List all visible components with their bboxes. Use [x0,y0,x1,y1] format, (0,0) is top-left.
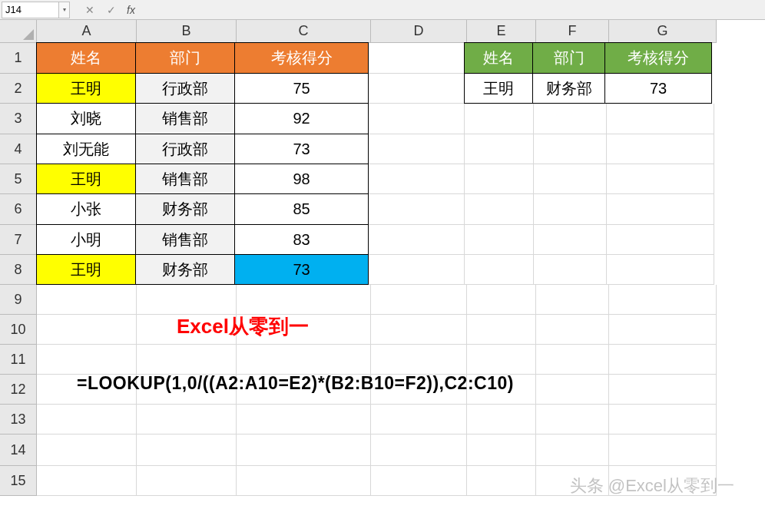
cell[interactable] [536,405,609,435]
cell[interactable]: 财务部 [135,254,235,285]
row-head-10[interactable]: 10 [0,315,37,345]
accept-icon[interactable]: ✓ [105,4,118,16]
cell[interactable] [465,164,534,194]
cell[interactable] [536,435,609,466]
row-head-2[interactable]: 2 [0,74,37,104]
name-box[interactable]: J14 [2,2,59,18]
cell[interactable] [37,466,137,496]
row-head-4[interactable]: 4 [0,134,37,164]
col-head-b[interactable]: B [137,20,237,43]
cell[interactable] [467,345,536,375]
row-head-1[interactable]: 1 [0,43,37,74]
cell[interactable]: 部门 [532,42,605,74]
cell[interactable] [371,466,467,496]
cell[interactable]: 98 [234,164,369,194]
cell[interactable] [534,134,607,164]
cell[interactable] [467,435,536,466]
cell[interactable] [369,74,465,104]
cell[interactable]: 姓名 [36,42,136,74]
cell[interactable] [465,255,534,285]
cell[interactable] [467,285,536,315]
cell[interactable] [137,466,237,496]
cell[interactable]: 83 [234,224,369,255]
cell[interactable] [369,43,465,74]
row-head-3[interactable]: 3 [0,104,37,134]
cell[interactable]: 财务部 [135,193,235,225]
cell[interactable] [607,164,714,194]
select-all-corner[interactable] [0,20,37,43]
cell[interactable] [467,466,536,496]
cell[interactable] [465,194,534,225]
cell[interactable] [609,405,717,435]
cell[interactable] [37,405,137,435]
cell[interactable] [369,104,465,134]
cell[interactable]: 73 [234,254,369,285]
col-head-e[interactable]: E [467,20,536,43]
cell[interactable] [237,285,371,315]
row-head-8[interactable]: 8 [0,255,37,285]
cell[interactable] [237,405,371,435]
cell[interactable] [609,315,717,345]
cell[interactable] [137,405,237,435]
cell[interactable] [237,466,371,496]
cell[interactable] [371,285,467,315]
cell[interactable] [609,345,717,375]
grid-body[interactable]: 姓名部门考核得分姓名部门考核得分王明行政部75王明财务部73刘晓销售部92刘无能… [37,43,717,496]
row-head-5[interactable]: 5 [0,164,37,194]
cell[interactable] [237,435,371,466]
cell[interactable] [607,194,714,225]
col-head-a[interactable]: A [37,20,137,43]
cell[interactable]: 姓名 [464,42,533,74]
cell[interactable] [37,345,137,375]
cell[interactable] [137,435,237,466]
cell[interactable]: 行政部 [135,73,235,104]
row-head-12[interactable]: 12 [0,375,37,405]
cell[interactable] [369,134,465,164]
cell[interactable] [465,134,534,164]
cell[interactable] [369,164,465,194]
row-head-11[interactable]: 11 [0,345,37,375]
cell[interactable] [371,435,467,466]
cell[interactable]: 考核得分 [234,42,369,74]
cell[interactable] [137,345,237,375]
row-head-7[interactable]: 7 [0,225,37,255]
cell[interactable] [371,315,467,345]
col-head-g[interactable]: G [609,20,717,43]
cell[interactable]: 小张 [36,193,136,225]
col-head-f[interactable]: F [536,20,609,43]
cell[interactable] [37,315,137,345]
cell[interactable] [371,345,467,375]
cell[interactable] [609,285,717,315]
cell[interactable]: 考核得分 [604,42,712,74]
row-head-14[interactable]: 14 [0,435,37,466]
row-head-9[interactable]: 9 [0,285,37,315]
cell[interactable] [536,345,609,375]
fx-icon[interactable]: fx [127,4,135,16]
row-head-13[interactable]: 13 [0,405,37,435]
cell[interactable]: 王明 [36,73,136,104]
row-head-6[interactable]: 6 [0,194,37,225]
col-head-c[interactable]: C [237,20,371,43]
cell[interactable] [536,315,609,345]
cell[interactable]: 部门 [135,42,235,74]
cell[interactable] [534,164,607,194]
cell[interactable]: 王明 [464,73,533,104]
cell[interactable] [534,255,607,285]
cell[interactable] [369,255,465,285]
cell[interactable]: 刘无能 [36,134,136,164]
cell[interactable] [609,375,717,405]
cell[interactable]: 销售部 [135,164,235,194]
cell[interactable] [371,405,467,435]
row-head-15[interactable]: 15 [0,466,37,496]
col-head-d[interactable]: D [371,20,467,43]
cell[interactable] [607,255,714,285]
cell[interactable]: 92 [234,103,369,134]
cancel-icon[interactable]: ✕ [84,4,96,16]
cell[interactable] [369,194,465,225]
cell[interactable] [237,345,371,375]
cell[interactable] [607,104,714,134]
cell[interactable] [369,225,465,255]
cell[interactable] [465,225,534,255]
cell[interactable]: 85 [234,193,369,225]
cell[interactable] [534,104,607,134]
